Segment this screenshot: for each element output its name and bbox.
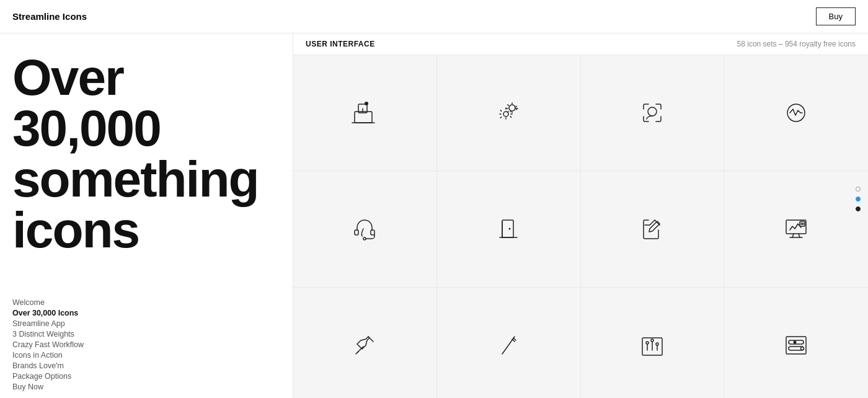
svg-rect-10 (371, 230, 374, 235)
hero-line3: something (12, 151, 259, 207)
svg-point-11 (363, 237, 366, 240)
scrollbar-dots (856, 187, 861, 211)
icon-cell-door (437, 171, 581, 287)
svg-line-17 (799, 234, 800, 237)
door-open-icon (494, 214, 523, 244)
icon-cell-settings (437, 55, 581, 171)
nav-item-icons[interactable]: Over 30,000 Icons (12, 309, 280, 317)
svg-line-16 (792, 234, 794, 237)
icon-cell-equalizer (581, 288, 725, 398)
svg-point-29 (646, 342, 649, 344)
hero-line1: Over (12, 49, 123, 105)
svg-rect-32 (786, 337, 806, 354)
icon-count: 58 icon sets – 954 royalty free icons (737, 40, 856, 48)
screwdriver-icon (494, 330, 523, 360)
svg-rect-9 (355, 230, 358, 235)
hero-line4: icons (12, 201, 139, 258)
svg-line-23 (356, 352, 358, 354)
equalizer-icon (637, 330, 667, 360)
nav-item-brands[interactable]: Brands Love'm (12, 361, 280, 370)
face-scan-icon (637, 98, 667, 128)
icon-cell-activity (724, 55, 868, 171)
svg-rect-19 (800, 221, 805, 226)
svg-point-14 (509, 228, 511, 230)
icons-grid (293, 55, 868, 398)
nav-item-package[interactable]: Package Options (12, 372, 280, 381)
icon-cell-laptop (293, 55, 437, 171)
svg-point-6 (509, 105, 515, 111)
icon-cell-edit (581, 171, 725, 287)
svg-point-34 (794, 341, 797, 344)
chart-monitor-icon (781, 214, 811, 244)
icon-cell-pin (293, 288, 437, 398)
nav-item-app[interactable]: Streamline App (12, 319, 280, 328)
svg-point-36 (801, 347, 804, 350)
nav-item-action[interactable]: Icons in Action (12, 351, 280, 360)
icon-cell-chart (724, 171, 868, 287)
svg-point-30 (651, 339, 653, 342)
scroll-dot-1[interactable] (856, 187, 861, 192)
section-label: USER INTERFACE (306, 40, 375, 48)
buy-button[interactable]: Buy (816, 7, 856, 25)
icon-cell-toggle (724, 288, 868, 398)
nav-list: Welcome Over 30,000 Icons Streamline App… (12, 298, 280, 391)
right-panel: USER INTERFACE 58 icon sets – 954 royalt… (293, 33, 868, 398)
nav-item-workflow[interactable]: Crazy Fast Workflow (12, 340, 280, 349)
main-layout: Over 30,000 something icons Welcome Over… (0, 33, 868, 398)
nav-item-weights[interactable]: 3 Distinct Weights (12, 330, 280, 338)
hero-text: Over 30,000 something icons (12, 52, 280, 255)
svg-point-7 (648, 107, 657, 116)
svg-point-3 (365, 102, 368, 105)
scroll-dot-2[interactable] (856, 197, 861, 201)
logo: Streamline Icons (12, 11, 87, 22)
section-header: USER INTERFACE 58 icon sets – 954 royalt… (293, 33, 868, 55)
scroll-dot-3[interactable] (856, 206, 861, 211)
icon-cell-screwdriver (437, 288, 581, 398)
nav-item-buy[interactable]: Buy Now (12, 383, 280, 391)
toggle-settings-icon (781, 330, 811, 360)
edit-document-icon (637, 214, 667, 244)
header: Streamline Icons Buy (0, 0, 868, 33)
hero-line2: 30,000 (12, 100, 161, 156)
svg-point-31 (656, 343, 658, 345)
settings-gear-icon (494, 98, 523, 128)
activity-monitor-icon (781, 98, 811, 128)
icon-cell-headset (293, 171, 437, 287)
icon-cell-face-scan (581, 55, 725, 171)
laptop-notification-icon (350, 98, 379, 128)
left-panel: Over 30,000 something icons Welcome Over… (0, 33, 293, 398)
headset-support-icon (350, 214, 379, 244)
nav-item-welcome[interactable]: Welcome (12, 298, 280, 307)
pin-icon (350, 330, 379, 360)
icons-grid-container (293, 55, 868, 398)
